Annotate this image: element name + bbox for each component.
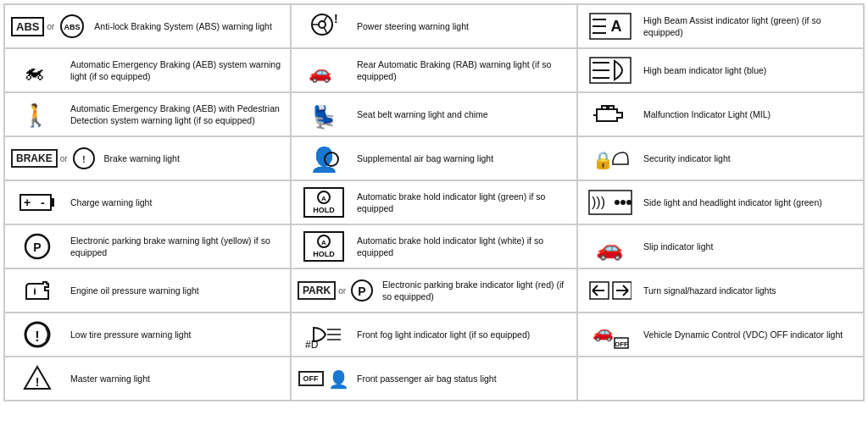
cell-r7-c0: !()Low tire pressure warning light xyxy=(4,313,291,357)
svg-text:OFF: OFF xyxy=(615,340,628,348)
svg-text:#D: #D xyxy=(305,339,319,350)
side-headlight-icon: ))) xyxy=(584,190,637,215)
cell-r3-c2: 🔒Security indicator light xyxy=(577,136,864,180)
aeb-pedestrian-icon: 🚶 xyxy=(11,97,64,131)
cell-r3-c1: 👤Supplemental air bag warning light xyxy=(291,136,577,180)
svg-text:ABS: ABS xyxy=(64,23,81,31)
label-r0-c1: Power steering warning light xyxy=(357,20,469,32)
brake-combo-icon: BRAKEor! xyxy=(11,147,97,170)
label-r5-c2: Slip indicator light xyxy=(643,241,713,252)
aeb-icon: 🏍 xyxy=(11,55,64,86)
cell-r0-c2: AHigh Beam Assist indicator light (green… xyxy=(577,4,864,48)
label-r4-c0: Charge warning light xyxy=(70,196,152,208)
label-r2-c0: Automatic Emergency Braking (AEB) with P… xyxy=(70,102,284,126)
svg-text:-: - xyxy=(41,196,45,209)
label-r6-c1: Electronic parking brake indicator light… xyxy=(382,279,570,302)
svg-text:!: ! xyxy=(35,329,39,344)
label-r3-c0: Brake warning light xyxy=(104,152,180,164)
tire-pressure-icon: !() xyxy=(11,319,64,350)
slip-icon: 🚗 xyxy=(584,230,637,263)
svg-text:P: P xyxy=(358,285,365,298)
label-r8-c1: Front passenger air bag status light xyxy=(357,373,497,384)
svg-text:HOLD: HOLD xyxy=(313,206,335,214)
label-r4-c2: Side light and headlight indicator light… xyxy=(643,196,822,208)
cell-r4-c1: AHOLDAutomatic brake hold indicator ligh… xyxy=(291,180,577,224)
cell-r8-c2 xyxy=(577,357,864,401)
svg-text:!: ! xyxy=(82,155,85,164)
mil-icon xyxy=(584,99,637,130)
svg-text:A: A xyxy=(611,18,622,35)
label-r3-c1: Supplemental air bag warning light xyxy=(357,152,493,164)
warning-lights-table: ABSorABSAnti-lock Braking System (ABS) w… xyxy=(3,3,865,401)
cell-r1-c1: 🚗Rear Automatic Braking (RAB) warning li… xyxy=(291,48,577,92)
cell-r2-c0: 🚶Automatic Emergency Braking (AEB) with … xyxy=(4,92,291,136)
label-r1-c0: Automatic Emergency Braking (AEB) system… xyxy=(70,58,284,82)
svg-text:🚶: 🚶 xyxy=(22,102,50,129)
seatbelt-icon: 💺 xyxy=(298,99,350,130)
auto-brake-hold-green-icon: AHOLD xyxy=(298,187,350,218)
park-combo-icon: PARKorP xyxy=(298,279,376,302)
epb-yellow-icon: P xyxy=(11,231,64,262)
svg-rect-28 xyxy=(51,198,54,207)
label-r5-c0: Electronic parking brake warning light (… xyxy=(70,235,284,258)
master-warning-icon: ! xyxy=(11,363,64,394)
svg-text:A: A xyxy=(321,195,326,202)
label-r6-c2: Turn signal/hazard indicator lights xyxy=(643,285,776,296)
svg-text:A: A xyxy=(321,239,326,246)
svg-text:🔒: 🔒 xyxy=(593,150,614,170)
svg-text:))): ))) xyxy=(592,195,605,209)
cell-r2-c1: 💺Seat belt warning light and chime xyxy=(291,92,577,136)
airbag-icon: 👤 xyxy=(298,142,350,174)
svg-point-38 xyxy=(620,200,626,205)
cell-r7-c2: 🚗OFFVehicle Dynamic Control (VDC) OFF in… xyxy=(577,313,864,357)
svg-text:!: ! xyxy=(36,375,40,389)
cell-r5-c1: AHOLDAutomatic brake hold indicator ligh… xyxy=(291,224,577,268)
label-r5-c1: Automatic brake hold indicator light (wh… xyxy=(357,235,570,258)
svg-text:🚗: 🚗 xyxy=(309,61,332,84)
svg-text:(: ( xyxy=(25,327,29,340)
label-r0-c2: High Beam Assist indicator light (green)… xyxy=(643,14,857,38)
high-beam-blue-icon xyxy=(584,57,637,84)
charge-icon: +- xyxy=(11,190,64,215)
grid-layout: ABSorABSAnti-lock Braking System (ABS) w… xyxy=(4,4,864,401)
svg-text:💺: 💺 xyxy=(310,103,338,130)
security-icon: 🔒 xyxy=(584,146,637,171)
label-r4-c1: Automatic brake hold indicator light (gr… xyxy=(357,191,570,214)
svg-point-37 xyxy=(615,200,620,205)
power-steering-icon: ! xyxy=(298,11,350,41)
cell-r5-c2: 🚗Slip indicator light xyxy=(577,224,864,268)
svg-line-6 xyxy=(324,27,327,33)
cell-r0-c1: !Power steering warning light xyxy=(291,4,577,48)
abs-combo-icon: ABSorABS xyxy=(11,14,87,38)
cell-r7-c1: #DFront fog light indicator light (if so… xyxy=(291,313,577,357)
label-r2-c2: Malfunction Indicator Light (MIL) xyxy=(643,108,771,120)
engine-oil-icon xyxy=(11,275,64,306)
cell-r8-c1: OFF👤Front passenger air bag status light xyxy=(291,357,577,401)
cell-r1-c0: 🏍Automatic Emergency Braking (AEB) syste… xyxy=(4,48,291,92)
svg-text:🏍: 🏍 xyxy=(24,60,44,83)
svg-line-5 xyxy=(324,16,327,22)
svg-text:🚗: 🚗 xyxy=(596,235,624,262)
cell-r6-c2: Turn signal/hazard indicator lights xyxy=(577,268,864,313)
cell-r5-c0: PElectronic parking brake warning light … xyxy=(4,224,291,268)
svg-text:HOLD: HOLD xyxy=(313,250,335,258)
cell-r1-c2: High beam indicator light (blue) xyxy=(577,48,864,92)
label-r7-c2: Vehicle Dynamic Control (VDC) OFF indica… xyxy=(643,329,843,340)
label-r7-c0: Low tire pressure warning light xyxy=(70,329,191,340)
cell-r4-c0: +-Charge warning light xyxy=(4,180,291,224)
svg-point-3 xyxy=(319,21,326,28)
cell-r4-c2: )))Side light and headlight indicator li… xyxy=(577,180,864,224)
label-r6-c0: Engine oil pressure warning light xyxy=(70,285,199,296)
cell-r0-c0: ABSorABSAnti-lock Braking System (ABS) w… xyxy=(4,4,291,48)
label-r0-c0: Anti-lock Braking System (ABS) warning l… xyxy=(94,20,272,32)
cell-r8-c0: !Master warning light xyxy=(4,357,291,401)
cell-r6-c1: PARKorPElectronic parking brake indicato… xyxy=(291,268,577,313)
front-fog-icon: #D xyxy=(298,319,350,350)
vdc-off-icon: 🚗OFF xyxy=(584,318,637,351)
turn-signal-icon xyxy=(584,279,637,302)
svg-text:P: P xyxy=(33,241,41,254)
svg-point-39 xyxy=(626,200,632,205)
rab-icon: 🚗 xyxy=(298,55,350,86)
cell-r2-c2: Malfunction Indicator Light (MIL) xyxy=(577,92,864,136)
label-r2-c1: Seat belt warning light and chime xyxy=(357,108,488,120)
